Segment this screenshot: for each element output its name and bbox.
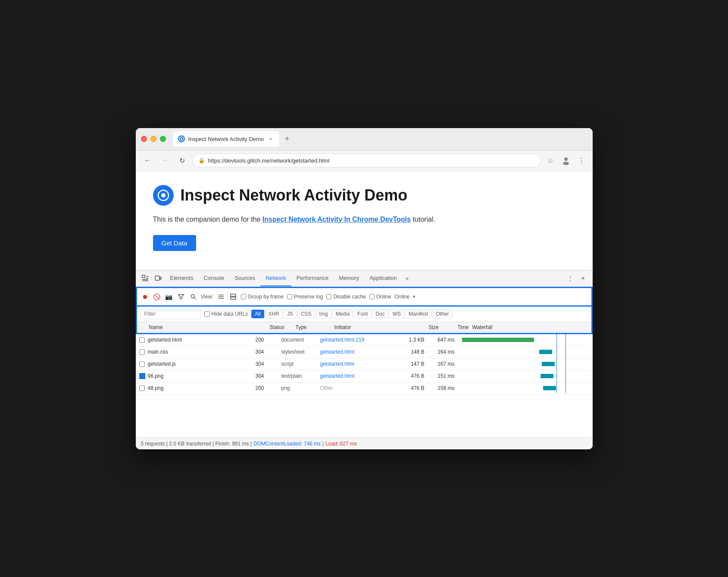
- address-bar[interactable]: 🔒 https://devtools.glitch.me/network/get…: [193, 154, 541, 167]
- traffic-light-yellow[interactable]: [150, 136, 156, 142]
- active-tab[interactable]: Inspect Network Activity Demo ×: [173, 131, 280, 147]
- row-checkbox[interactable]: [139, 386, 145, 391]
- row-file-name: getstarted.html: [148, 337, 256, 343]
- new-tab-button[interactable]: +: [281, 133, 293, 145]
- filter-media-button[interactable]: Media: [332, 310, 353, 318]
- table-header-row: Name Status Type Initiator Size Time Wat…: [136, 322, 593, 334]
- tab-sources[interactable]: Sources: [229, 270, 260, 286]
- row-type: text/plain: [281, 373, 320, 379]
- table-row[interactable]: getstarted.html 200 document getstarted.…: [136, 334, 593, 346]
- back-button[interactable]: ←: [141, 154, 155, 167]
- filter-ws-button[interactable]: WS: [389, 310, 404, 318]
- table-row[interactable]: getstarted.js 304 script getstarted.html…: [136, 358, 593, 370]
- row-status: 304: [256, 373, 281, 379]
- devtools-tabs: Elements Console Sources Network Perform…: [165, 270, 563, 286]
- filter-doc-button[interactable]: Doc: [372, 310, 388, 318]
- tab-network[interactable]: Network: [260, 270, 291, 286]
- filter-button[interactable]: [177, 292, 185, 301]
- filter-js-button[interactable]: JS: [284, 310, 297, 318]
- row-size: 1.3 KB: [398, 337, 428, 343]
- large-view-icon[interactable]: [229, 292, 237, 301]
- tab-close-button[interactable]: ×: [267, 135, 274, 142]
- clear-button[interactable]: 🚫: [153, 292, 161, 301]
- row-checkbox[interactable]: [139, 361, 145, 367]
- online-checkbox[interactable]: [369, 294, 375, 299]
- group-by-frame-label: Group by frame: [241, 294, 284, 300]
- device-toggle-icon[interactable]: [152, 272, 164, 284]
- status-separator: |: [322, 441, 324, 447]
- row-type: stylesheet: [281, 349, 320, 355]
- inspect-element-icon[interactable]: [139, 272, 151, 284]
- filter-img-button[interactable]: Img: [316, 310, 331, 318]
- filter-input[interactable]: [141, 309, 201, 319]
- description-prefix: This is the companion demo for the: [153, 216, 262, 223]
- search-network-icon[interactable]: [189, 292, 197, 301]
- user-avatar-icon[interactable]: [560, 154, 572, 166]
- devtools-close-icon[interactable]: ×: [577, 272, 589, 284]
- dom-content-loaded-link[interactable]: DOMContentLoaded: 746 ms: [253, 441, 321, 447]
- devtools-actions: ⋮ ×: [564, 272, 589, 284]
- table-row[interactable]: 48.png 200 png Other 476 B 158 ms: [136, 383, 593, 395]
- col-header-waterfall[interactable]: Waterfall: [472, 324, 588, 330]
- row-initiator[interactable]: getstarted.html:219: [320, 337, 398, 343]
- filter-other-button[interactable]: Other: [432, 310, 452, 318]
- traffic-lights: [141, 136, 166, 142]
- row-waterfall: [458, 385, 589, 392]
- forward-button[interactable]: →: [158, 154, 172, 167]
- network-toolbar: ⏺ 🚫 📷 View: Group by frame Preser: [136, 287, 593, 307]
- tab-console[interactable]: Console: [199, 270, 230, 286]
- record-button[interactable]: ⏺: [141, 292, 149, 301]
- tab-title: Inspect Network Activity Demo: [188, 136, 264, 142]
- filter-manifest-button[interactable]: Manifest: [405, 310, 431, 318]
- filter-type-buttons: All XHR JS CSS Img Media Font Doc WS Man…: [251, 310, 452, 318]
- filter-font-button[interactable]: Font: [354, 310, 371, 318]
- filter-xhr-button[interactable]: XHR: [265, 310, 283, 318]
- refresh-button[interactable]: ↻: [175, 154, 189, 167]
- load-link[interactable]: Load: 827 ms: [325, 441, 357, 447]
- disable-cache-checkbox[interactable]: [326, 294, 331, 299]
- devtools-link[interactable]: Inspect Network Activity In Chrome DevTo…: [262, 216, 411, 223]
- more-tabs-button[interactable]: »: [402, 270, 412, 286]
- col-header-status[interactable]: Status: [270, 324, 296, 330]
- tab-elements[interactable]: Elements: [165, 270, 199, 286]
- row-checkbox[interactable]: [139, 337, 145, 343]
- group-by-frame-checkbox[interactable]: [241, 294, 246, 299]
- preserve-log-checkbox[interactable]: [287, 294, 292, 299]
- col-header-time[interactable]: Time: [442, 324, 472, 330]
- row-waterfall: [458, 361, 589, 367]
- row-time: 647 ms: [428, 337, 458, 343]
- row-initiator[interactable]: getstarted.html: [320, 349, 398, 355]
- traffic-light-green[interactable]: [160, 136, 166, 142]
- row-waterfall: [458, 336, 589, 343]
- table-row[interactable]: main.css 304 stylesheet getstarted.html …: [136, 346, 593, 358]
- row-size: 476 B: [398, 373, 428, 379]
- hide-data-urls-checkbox[interactable]: [204, 311, 210, 317]
- tab-application[interactable]: Application: [364, 270, 402, 286]
- col-header-size[interactable]: Size: [412, 324, 442, 330]
- tab-memory[interactable]: Memory: [334, 270, 364, 286]
- screenshot-button[interactable]: 📷: [165, 292, 173, 301]
- url-text: https://devtools.glitch.me/network/getst…: [208, 157, 535, 164]
- devtools-more-icon[interactable]: ⋮: [564, 272, 576, 284]
- svg-rect-12: [160, 277, 161, 279]
- throttle-select[interactable]: Online: [394, 294, 409, 300]
- list-view-icon[interactable]: [217, 292, 225, 301]
- hide-data-urls-label: Hide data URLs: [204, 311, 248, 317]
- get-data-button[interactable]: Get Data: [153, 235, 196, 251]
- svg-rect-20: [231, 297, 236, 299]
- col-header-name[interactable]: Name: [149, 324, 270, 330]
- tab-performance[interactable]: Performance: [291, 270, 334, 286]
- filter-all-button[interactable]: All: [251, 310, 264, 318]
- table-row[interactable]: 96.png 304 text/plain getstarted.html 47…: [136, 370, 593, 383]
- filter-css-button[interactable]: CSS: [297, 310, 315, 318]
- row-initiator[interactable]: getstarted.html: [320, 373, 398, 379]
- row-size: 476 B: [398, 385, 428, 391]
- row-initiator[interactable]: getstarted.html: [320, 361, 398, 367]
- bookmark-icon[interactable]: ☆: [544, 154, 556, 166]
- col-header-initiator[interactable]: Initiator: [334, 324, 412, 330]
- traffic-light-red[interactable]: [141, 136, 147, 142]
- network-table: getstarted.html 200 document getstarted.…: [136, 334, 593, 438]
- browser-menu-icon[interactable]: ⋮: [575, 154, 587, 166]
- col-header-type[interactable]: Type: [296, 324, 334, 330]
- row-checkbox[interactable]: [139, 349, 145, 355]
